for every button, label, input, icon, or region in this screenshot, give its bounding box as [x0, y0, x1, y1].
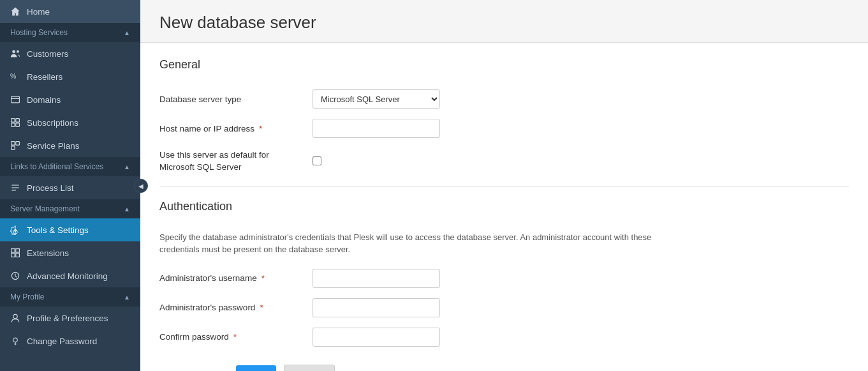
ok-button[interactable]: OK: [236, 365, 277, 371]
admin-username-label: Administrator's username *: [159, 273, 313, 283]
home-icon: [10, 6, 20, 17]
my-profile-section-label: My Profile: [10, 292, 44, 301]
admin-username-required-star: *: [261, 273, 265, 283]
default-server-label: Use this server as default for Microsoft…: [159, 148, 313, 174]
chevron-up-icon2: ▲: [124, 163, 130, 170]
collapse-icon: ◀: [138, 183, 143, 190]
svg-point-1: [17, 50, 19, 53]
svg-point-21: [13, 314, 17, 318]
page-title: New database server: [159, 13, 849, 33]
sidebar-item-profile-preferences[interactable]: Profile & Preferences: [0, 307, 140, 329]
sidebar-item-customers[interactable]: Customers: [0, 42, 140, 65]
sidebar-item-tools-settings-label: Tools & Settings: [27, 225, 89, 235]
links-additional-label: Links to Additional Services: [10, 162, 103, 171]
admin-username-input[interactable]: [313, 269, 440, 288]
server-management-label: Server Management: [10, 204, 80, 213]
extensions-icon: [10, 248, 20, 258]
cancel-button[interactable]: Cancel: [284, 365, 335, 371]
default-server-checkbox[interactable]: [313, 156, 321, 165]
chevron-up-icon: ▲: [124, 29, 130, 36]
default-server-group: Use this server as default for Microsoft…: [159, 148, 849, 174]
sidebar-section-links-additional[interactable]: Links to Additional Services ▲: [0, 157, 140, 176]
svg-rect-7: [11, 123, 15, 127]
confirm-password-group: Confirm password *: [159, 328, 849, 347]
admin-username-group: Administrator's username *: [159, 269, 849, 288]
sidebar-item-advanced-monitoring[interactable]: Advanced Monitoring: [0, 264, 140, 287]
svg-rect-6: [16, 119, 20, 123]
resellers-icon: %: [10, 72, 20, 82]
sidebar-section-server-management[interactable]: Server Management ▲: [0, 199, 140, 218]
sidebar-item-advanced-monitoring-label: Advanced Monitoring: [27, 271, 108, 281]
sidebar-item-subscriptions-label: Subscriptions: [27, 118, 78, 128]
auth-description: Specify the database administrator's cre…: [159, 231, 657, 256]
admin-password-label: Administrator's password *: [159, 303, 313, 312]
chevron-up-icon3: ▲: [124, 206, 130, 213]
svg-point-0: [12, 50, 15, 53]
sidebar-item-process-list-label: Process List: [27, 183, 74, 193]
sidebar-item-home-label: Home: [27, 7, 50, 17]
svg-rect-8: [16, 123, 20, 127]
confirm-password-input[interactable]: [313, 328, 440, 347]
sidebar-item-service-plans[interactable]: Service Plans: [0, 134, 140, 157]
page-header: New database server: [140, 0, 868, 43]
sidebar-item-process-list[interactable]: Process List: [0, 176, 140, 199]
db-server-type-group: Database server type Microsoft SQL Serve…: [159, 89, 849, 109]
svg-rect-18: [11, 254, 15, 257]
host-required-star: *: [259, 124, 262, 133]
host-name-label: Host name or IP address *: [159, 124, 313, 133]
form-actions: * Required fields OK Cancel: [159, 365, 849, 371]
sidebar-item-extensions-label: Extensions: [27, 248, 69, 258]
auth-section: Authentication Specify the database admi…: [159, 200, 849, 347]
sidebar-item-domains-label: Domains: [27, 95, 61, 105]
sidebar-item-change-password-label: Change Password: [27, 337, 97, 346]
svg-rect-9: [11, 142, 15, 146]
admin-password-group: Administrator's password *: [159, 298, 849, 317]
db-server-type-label: Database server type: [159, 95, 313, 104]
process-list-icon: [10, 183, 20, 193]
sidebar-item-service-plans-label: Service Plans: [27, 141, 80, 151]
sidebar-collapse-button[interactable]: ◀: [134, 179, 148, 193]
sidebar-item-extensions[interactable]: Extensions: [0, 241, 140, 264]
customers-icon: [10, 49, 20, 59]
host-name-group: Host name or IP address *: [159, 119, 849, 138]
confirm-password-required-star: *: [233, 332, 237, 342]
svg-rect-16: [11, 249, 15, 253]
confirm-password-label: Confirm password *: [159, 332, 313, 342]
sidebar-item-subscriptions[interactable]: Subscriptions: [0, 111, 140, 134]
sidebar-item-change-password[interactable]: Change Password: [0, 329, 140, 352]
section-divider: [159, 186, 849, 187]
main-content: New database server General Database ser…: [140, 0, 868, 371]
sidebar-item-profile-preferences-label: Profile & Preferences: [27, 314, 108, 323]
sidebar-item-home[interactable]: Home: [0, 0, 140, 23]
svg-rect-3: [11, 96, 20, 103]
sidebar-section-my-profile[interactable]: My Profile ▲: [0, 287, 140, 307]
content-area: General Database server type Microsoft S…: [140, 43, 868, 371]
sidebar-item-customers-label: Customers: [27, 49, 68, 59]
subscriptions-icon: [10, 117, 20, 128]
svg-rect-10: [16, 142, 20, 146]
admin-password-required-star: *: [260, 303, 263, 312]
sidebar-item-tools-settings[interactable]: Tools & Settings: [0, 218, 140, 241]
svg-rect-19: [16, 254, 20, 257]
hosting-services-label: Hosting Services: [10, 28, 68, 37]
sidebar-item-resellers-label: Resellers: [27, 72, 63, 82]
tools-settings-icon: [10, 225, 20, 235]
service-plans-icon: [10, 140, 20, 151]
general-section: General Database server type Microsoft S…: [159, 58, 849, 174]
sidebar: Home Hosting Services ▲ Customers % Rese…: [0, 0, 140, 371]
admin-password-input[interactable]: [313, 298, 440, 317]
general-section-title: General: [159, 58, 849, 77]
svg-point-22: [13, 338, 17, 342]
domains-icon: [10, 95, 20, 105]
sidebar-item-domains[interactable]: Domains: [0, 88, 140, 111]
sidebar-section-hosting-services[interactable]: Hosting Services ▲: [0, 23, 140, 42]
sidebar-item-resellers[interactable]: % Resellers: [0, 65, 140, 88]
svg-text:%: %: [10, 73, 16, 80]
password-icon: [10, 336, 20, 346]
svg-rect-5: [11, 119, 15, 123]
svg-rect-17: [16, 249, 20, 253]
auth-section-title: Authentication: [159, 200, 849, 218]
host-name-input[interactable]: [313, 119, 440, 138]
monitoring-icon: [10, 271, 20, 281]
db-server-type-select[interactable]: Microsoft SQL Server: [313, 89, 440, 109]
